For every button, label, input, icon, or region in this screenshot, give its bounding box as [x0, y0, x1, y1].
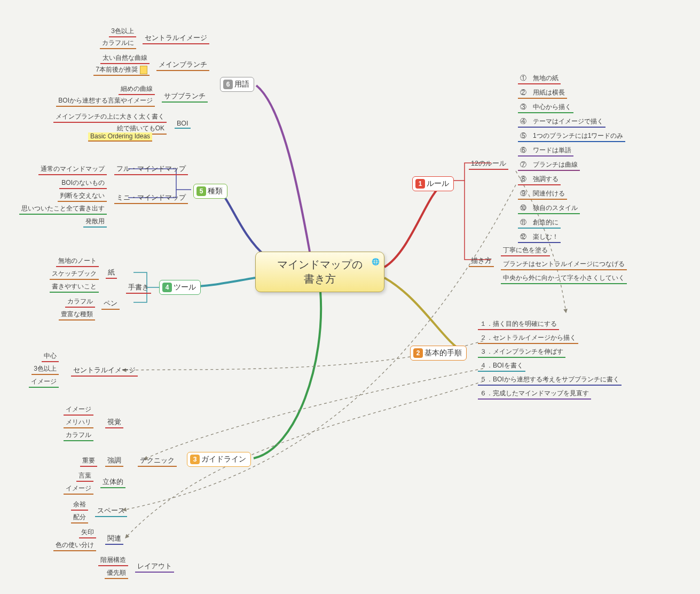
g-technique-hdr[interactable]: テクニック [138, 456, 177, 466]
y_boi-item: メインブランチの上に大きく太く書く [53, 112, 167, 122]
g_lay-item: 階層構造 [98, 556, 128, 566]
globe-icon: 🌐 [372, 257, 380, 266]
central-label: マインドマップの書き方 [277, 257, 363, 286]
g_rel-item: 矢印 [79, 528, 96, 538]
branch-label-3: ガイドライン [201, 455, 246, 463]
rules12-item: ⑪ 創造的に [518, 218, 561, 228]
rules12-item: ⑨ 関連付ける [518, 189, 567, 199]
g_emp-item: 重要 [80, 456, 97, 466]
branch-label-6: 用語 [234, 80, 249, 88]
g_3d-item: 言葉 [76, 471, 93, 481]
term-boi-note: Basic Ordering Ideas [88, 132, 152, 141]
g_vis-item: メリハリ [64, 418, 93, 428]
steps2-item: １．描く目的を明確にする [478, 319, 559, 330]
branch-5[interactable]: 5種類 [193, 184, 227, 199]
t_paper-item: 書きやすいこと [50, 282, 99, 292]
y_main-item: 7本前後が推奨 [93, 65, 150, 75]
branch-6[interactable]: 6用語 [220, 77, 254, 92]
rules12-item: ④ テーマはイメージで描く [518, 117, 605, 127]
branch-4[interactable]: 4ツール [159, 280, 201, 295]
steps2-item: ６．完成したマインドマップを見直す [478, 389, 591, 399]
g-centralimg-hdr[interactable]: セントラルイメージ [71, 366, 138, 376]
g_ci-item: 3色以上 [32, 364, 59, 374]
term-boi-hdr[interactable]: BOI [175, 120, 191, 128]
branch-label-5: 種類 [208, 186, 223, 195]
t_pen-item: カラフル [65, 297, 95, 307]
g_ci-item: 中心 [42, 351, 59, 362]
rules12-item: ⑥ ワードは単語 [518, 146, 573, 156]
g_sp-item: 余裕 [71, 500, 88, 510]
steps2-item: ２．セントラルイメージから描く [478, 333, 578, 343]
branch-label-4: ツール [174, 283, 196, 291]
branch-badge-1: 1 [415, 179, 425, 189]
rules12-item: ⑦ ブランチは曲線 [518, 160, 580, 170]
g_vis-item: カラフル [64, 431, 93, 441]
g-3d-hdr[interactable]: 立体的 [100, 478, 125, 488]
rules-12-header[interactable]: 12のルール [469, 159, 508, 169]
rules12-item: ① 無地の紙 [518, 74, 561, 84]
tool-paper-hdr[interactable]: 紙 [106, 268, 117, 278]
g-rel-hdr[interactable]: 関連 [105, 534, 123, 544]
steps2-item: ５．BOIから連想する考えをサブブランチに書く [478, 375, 622, 385]
k_mini-item: 発散用 [83, 217, 107, 227]
rules12-item: ⑧ 強調する [518, 175, 561, 185]
term-ci-hdr[interactable]: セントラルイメージ [143, 34, 209, 44]
g-visual-hdr[interactable]: 視覚 [105, 418, 123, 428]
rulesdraw-item: ブランチはセントラルイメージにつなげる [501, 260, 627, 270]
note-icon [140, 66, 147, 74]
branch-badge-3: 3 [190, 455, 200, 464]
g_ci-item: イメージ [29, 377, 59, 387]
rules-draw-header[interactable]: 描き方 [469, 256, 494, 267]
g_3d-item: イメージ [64, 484, 93, 494]
g-layout-hdr[interactable]: レイアウト [135, 562, 174, 572]
g_vis-item: イメージ [64, 405, 93, 415]
steps2-item: ３．メインブランチを伸ばす [478, 347, 565, 357]
k_full-item: 通常のマインドマップ [38, 165, 107, 175]
tool-pen-hdr[interactable]: ペン [101, 299, 120, 309]
k_mini-item: 思いついたこと全て書き出す [19, 204, 107, 214]
branch-badge-5: 5 [196, 186, 206, 196]
term-main-hdr[interactable]: メインブランチ [156, 60, 209, 71]
g_rel-item: 色の使い分け [53, 541, 96, 551]
rulesdraw-item: 中央から外に向かって字を小さくしていく [501, 273, 627, 284]
g-space-hdr[interactable]: スペース [95, 506, 127, 517]
rules12-item: ⑤ 1つのブランチには1ワードのみ [518, 131, 625, 142]
g_sp-item: 配分 [71, 513, 88, 523]
g_lay-item: 優先順 [105, 568, 128, 579]
y_ci-item: 3色以上 [109, 27, 136, 37]
y_sub-item: BOIから連想する言葉やイメージ [56, 96, 155, 106]
kinds-full-hdr[interactable]: フル・マインドマップ [114, 165, 188, 175]
central-topic[interactable]: マインドマップの書き方 🌐 [255, 252, 384, 292]
rulesdraw-item: 丁寧に色を塗る [501, 246, 550, 256]
term-sub-hdr[interactable]: サブブランチ [162, 92, 208, 102]
kinds-mini-hdr[interactable]: ミニ・マインドマップ [114, 193, 188, 204]
rules12-item: ⑩ 独自のスタイル [518, 204, 580, 214]
tool-hand-hdr[interactable]: 手書き [126, 283, 151, 293]
rules12-item: ⑫ 楽しむ！ [518, 232, 561, 243]
branch-badge-2: 2 [413, 348, 423, 358]
y_main-item: 太い自然な曲線 [100, 53, 150, 64]
branch-badge-6: 6 [223, 80, 233, 89]
k_mini-item: 判断を交えない [58, 191, 107, 201]
rules12-item: ② 用紙は横長 [518, 88, 567, 98]
k_mini-item: BOIのないもの [59, 178, 107, 189]
t_pen-item: 豊富な種類 [59, 310, 95, 320]
t_paper-item: 無地のノート [56, 256, 99, 267]
t_paper-item: スケッチブック [50, 269, 99, 279]
g-emph-hdr[interactable]: 強調 [105, 456, 123, 466]
branch-1[interactable]: 1ルール [412, 176, 454, 191]
steps2-item: ４．BOIを書く [478, 361, 525, 371]
branch-3[interactable]: 3ガイドライン [187, 452, 251, 467]
rules12-item: ③ 中心から描く [518, 103, 573, 113]
y_sub-item: 細めの曲線 [119, 84, 155, 95]
y_ci-item: カラフルに [100, 38, 136, 49]
branch-badge-4: 4 [162, 283, 172, 292]
branch-label-2: 基本的手順 [424, 348, 462, 357]
branch-2[interactable]: 2基本的手順 [410, 346, 467, 361]
branch-label-1: ルール [427, 179, 449, 187]
